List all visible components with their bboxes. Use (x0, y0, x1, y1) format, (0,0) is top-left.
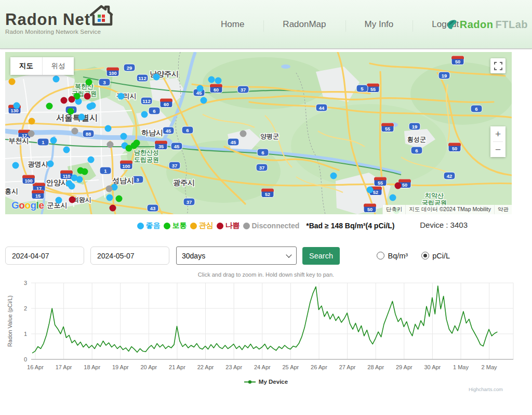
legend-label: 보통 (172, 221, 187, 230)
svg-text:55: 55 (385, 126, 390, 132)
map-canvas[interactable]: 1001301717151001101003560605555555050505… (5, 52, 512, 214)
bad-threshold-note: *Bad ≥ 148 Bq/m³(4 pCi/L) (306, 222, 394, 230)
device-marker-good[interactable] (87, 103, 94, 110)
road-shield-112: 112 (141, 97, 152, 105)
svg-text:88: 88 (86, 131, 91, 137)
road-shield-100: 100 (107, 68, 119, 76)
svg-text:19: 19 (442, 73, 447, 79)
road-shield-52: 52 (261, 189, 274, 198)
device-marker-bad[interactable] (61, 97, 68, 104)
device-marker-good[interactable] (118, 93, 125, 100)
road-shield-35: 35 (155, 141, 167, 150)
nav-home[interactable]: Home (202, 16, 263, 33)
x-axis-tick-label: 27 Apr (339, 364, 356, 370)
device-marker-good[interactable] (208, 76, 215, 83)
series-marker-icon (244, 380, 256, 384)
svg-text:100: 100 (109, 71, 116, 76)
radon-chart[interactable]: 16 Apr17 Apr18 Apr19 Apr20 Apr21 Apr22 A… (5, 280, 527, 374)
device-marker-good[interactable] (78, 114, 85, 121)
map-view-button[interactable]: 지도 (10, 57, 42, 75)
unit-radio-pcil[interactable]: pCi/L (421, 252, 450, 260)
svg-text:44: 44 (319, 105, 325, 111)
device-marker-normal[interactable] (116, 196, 123, 202)
device-marker-disconnected[interactable] (107, 141, 114, 148)
device-marker-good[interactable] (53, 76, 60, 83)
device-marker-good[interactable] (14, 102, 20, 109)
fullscreen-button[interactable] (490, 58, 506, 73)
device-marker-normal[interactable] (68, 108, 74, 115)
svg-text:6: 6 (261, 150, 264, 155)
device-marker-good[interactable] (76, 176, 83, 183)
legend-item: Disconnected (243, 221, 299, 230)
device-marker-good[interactable] (390, 194, 396, 201)
start-date-input[interactable] (5, 247, 84, 265)
map-shortcuts-link[interactable]: 단축키 (382, 205, 406, 214)
search-button[interactable]: Search (302, 247, 340, 265)
range-select[interactable]: 30days (176, 247, 297, 265)
device-marker-disconnected[interactable] (28, 131, 35, 137)
device-marker-good[interactable] (367, 187, 374, 193)
device-marker-normal[interactable] (134, 140, 140, 147)
map-terms-link[interactable]: 약관 (494, 205, 512, 214)
legend-item: 보통 (164, 221, 187, 230)
x-axis-tick-label: 17 Apr (56, 364, 72, 370)
road-shield-43: 43 (147, 204, 158, 212)
end-date-input[interactable] (90, 247, 169, 265)
radio-circle-icon[interactable] (377, 252, 384, 260)
device-marker-good[interactable] (88, 157, 95, 163)
device-marker-disconnected[interactable] (240, 131, 247, 137)
satellite-view-button[interactable]: 위성 (42, 57, 74, 75)
device-marker-good[interactable] (63, 147, 70, 153)
device-marker-attention[interactable] (9, 79, 16, 85)
device-marker-good[interactable] (330, 173, 337, 179)
device-marker-good[interactable] (47, 161, 54, 167)
device-marker-disconnected[interactable] (72, 128, 78, 135)
svg-text:29: 29 (127, 65, 132, 71)
device-marker-bad[interactable] (84, 93, 91, 100)
nav-radonmap[interactable]: RadonMap (263, 16, 345, 33)
highcharts-credit[interactable]: Highcharts.com (469, 386, 503, 392)
road-shield-1: 1 (100, 167, 111, 174)
zoom-in-button[interactable]: + (490, 126, 506, 141)
map-city-label: 하남시 (141, 128, 163, 137)
svg-text:100: 100 (24, 178, 32, 184)
device-marker-good[interactable] (121, 133, 127, 140)
device-marker-bad[interactable] (69, 197, 76, 203)
device-marker-good[interactable] (197, 85, 204, 92)
zoom-out-button[interactable]: − (490, 142, 506, 157)
radon-net-logo[interactable]: Radon Net Radon Monitoring Network Servi… (5, 4, 114, 35)
device-marker-good[interactable] (107, 194, 113, 201)
device-marker-attention[interactable] (29, 118, 35, 125)
nav-my-info[interactable]: My Info (345, 16, 413, 33)
device-marker-normal[interactable] (86, 79, 92, 86)
google-logo[interactable]: Google (11, 200, 44, 211)
road-shield-29: 29 (124, 64, 135, 71)
device-marker-good[interactable] (141, 111, 148, 118)
radon-ftlab-brand[interactable]: Radon FTLab (446, 0, 528, 49)
device-marker-disconnected[interactable] (106, 186, 113, 192)
device-marker-good[interactable] (215, 77, 222, 84)
device-marker-good[interactable] (105, 125, 112, 132)
map-city-label: 성남시 (112, 176, 134, 185)
device-marker-bad[interactable] (69, 96, 75, 103)
device-marker-bad[interactable] (110, 205, 116, 212)
device-marker-bad[interactable] (395, 183, 402, 189)
unit-radio-bqm3[interactable]: Bq/m³ (377, 252, 408, 260)
svg-text:5: 5 (361, 86, 364, 92)
road-shield-60: 60 (160, 99, 172, 108)
chart-legend[interactable]: My Device (0, 379, 532, 385)
device-marker-good[interactable] (56, 197, 62, 204)
device-marker-good[interactable] (69, 183, 75, 190)
svg-text:6: 6 (475, 106, 477, 112)
device-marker-good[interactable] (153, 74, 160, 81)
radon-map[interactable]: 1001301717151001101003560605555555050505… (5, 52, 512, 214)
device-marker-normal[interactable] (82, 168, 88, 175)
road-shield-45: 45 (228, 138, 239, 146)
device-marker-normal[interactable] (46, 103, 53, 110)
device-marker-good[interactable] (50, 137, 57, 144)
device-marker-good[interactable] (201, 97, 207, 104)
device-marker-good[interactable] (12, 162, 19, 169)
svg-text:3: 3 (103, 80, 105, 85)
svg-text:50: 50 (402, 183, 407, 188)
radio-circle-icon[interactable] (421, 252, 429, 260)
